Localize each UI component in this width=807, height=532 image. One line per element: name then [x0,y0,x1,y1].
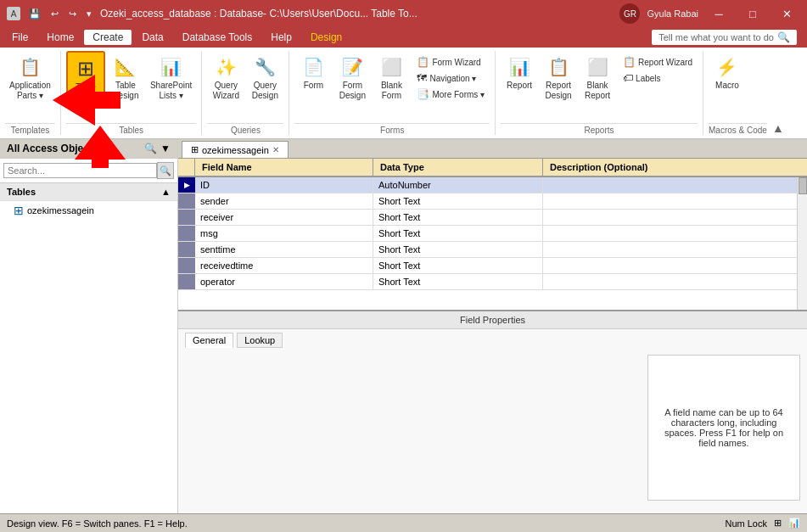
table-row[interactable]: operator Short Text [178,274,807,290]
more-forms-label: More Forms ▾ [432,90,485,99]
field-name-msg: msg [195,226,373,241]
menu-file[interactable]: File [3,30,36,45]
table-button[interactable]: ⊞ Table [66,51,105,97]
save-quick-btn[interactable]: 💾 [25,7,44,21]
data-type-senttime: Short Text [373,242,543,257]
doc-tab-ozekimessagein[interactable]: ⊞ ozekimessagein ✕ [182,141,289,158]
ribbon-collapse-button[interactable]: ▲ [772,121,784,135]
field-props-content: A field name can be up to 64 characters … [178,351,807,504]
data-type-receivedtime: Short Text [373,258,543,273]
blank-form-button[interactable]: ⬜ BlankForm [373,51,410,104]
form-wizard-button[interactable]: 📋 Form Wizard [413,54,488,70]
scrollbar-thumb[interactable] [799,177,807,194]
maximize-button[interactable]: □ [739,2,766,25]
minimize-button[interactable]: ─ [705,2,732,25]
form-design-icon: 📝 [339,53,366,81]
table-row[interactable]: msg Short Text [178,226,807,242]
query-design-icon: 🔧 [251,53,278,81]
row-indicator-operator [178,274,195,289]
undo-quick-btn[interactable]: ↩ [48,7,62,21]
blank-form-label: BlankForm [381,81,402,101]
form-wizard-icon: 📋 [417,56,429,68]
field-props-form [185,355,647,501]
query-design-button[interactable]: 🔧 QueryDesign [246,51,283,104]
report-design-icon: 📋 [545,53,572,81]
table-row[interactable]: senttime Short Text [178,242,807,258]
report-icon: 📊 [506,53,533,81]
description-header: Description (Optional) [543,159,807,176]
table-scrollbar[interactable] [797,177,807,310]
menu-help[interactable]: Help [262,30,300,45]
general-tab[interactable]: General [185,333,233,348]
close-button[interactable]: ✕ [773,2,800,25]
menu-data[interactable]: Data [133,30,171,45]
blank-report-button[interactable]: ⬜ BlankReport [579,51,616,104]
table-design-button[interactable]: 📐 TableDesign [107,51,144,104]
queries-group-label: Queries [207,123,283,135]
blank-report-icon: ⬜ [584,53,611,81]
desc-senttime [543,242,807,257]
table-design-icon: 📐 [112,53,139,81]
table-design-area: Field Name Data Type Description (Option… [178,159,807,513]
status-right: Num Lock ⊞ 📊 [725,518,800,529]
report-wizard-label: Report Wizard [638,58,692,67]
ribbon-group-forms: 📄 Form 📝 FormDesign ⬜ BlankForm 📋 [289,51,496,135]
sharepoint-icon: 📊 [158,53,185,81]
user-avatar: GR [619,3,640,24]
table-row[interactable]: ▶ ID AutoNumber [178,177,807,193]
report-wizard-icon: 📋 [623,56,636,68]
title-bar: A 💾 ↩ ↪ ▾ Ozeki_access_database : Databa… [0,0,807,27]
sidebar-menu-icon[interactable]: ▼ [160,143,171,154]
macro-button[interactable]: ⚡ Macro [709,51,746,93]
sidebar-search-icon[interactable]: 🔍 [144,143,157,154]
form-design-button[interactable]: 📝 FormDesign [333,51,371,104]
quick-access-dropdown[interactable]: ▾ [83,7,95,21]
status-text: Design view. F6 = Switch panes. F1 = Hel… [7,518,188,529]
table-row[interactable]: receiver Short Text [178,210,807,226]
sharepoint-button[interactable]: 📊 SharePointLists ▾ [146,51,196,104]
form-button[interactable]: 📄 Form [294,51,332,93]
query-wizard-button[interactable]: ✨ QueryWizard [207,51,244,104]
sidebar-item-ozekimessagein[interactable]: ⊞ ozekimessagein [0,201,177,220]
data-type-msg: Short Text [373,226,543,241]
navigation-label: Navigation ▾ [429,74,476,83]
desc-id [543,177,807,193]
row-indicator-msg [178,226,195,241]
menu-bar: File Home Create Data Database Tools Hel… [0,27,807,48]
window-title: Ozeki_access_database : Database- C:\Use… [100,8,418,20]
ribbon-group-templates: 📋 ApplicationParts ▾ Templates [0,51,61,135]
search-button[interactable]: 🔍 [157,162,174,179]
ribbon: 📋 ApplicationParts ▾ Templates ⊞ Table 📐… [0,48,807,139]
table-row[interactable]: sender Short Text [178,193,807,210]
search-bar[interactable]: Tell me what you want to do 🔍 [652,30,797,45]
status-bar: Design view. F6 = Switch panes. F1 = Hel… [0,513,807,532]
navigation-button[interactable]: 🗺 Navigation ▾ [413,70,488,86]
data-type-id: AutoNumber [373,177,543,193]
report-wizard-button[interactable]: 📋 Report Wizard [619,54,696,70]
tables-section-label: Tables [7,187,36,197]
doc-tab-close[interactable]: ✕ [272,145,279,154]
desc-operator [543,274,807,289]
table-item-icon: ⊞ [14,204,24,217]
tables-section-collapse[interactable]: ▲ [161,187,171,197]
form-icon: 📄 [300,53,327,81]
labels-label: Labels [636,74,660,83]
row-indicator-sender [178,193,195,209]
macro-icon: ⚡ [714,53,741,81]
menu-database-tools[interactable]: Database Tools [174,30,261,45]
report-design-button[interactable]: 📋 ReportDesign [540,51,577,104]
table-row[interactable]: receivedtime Short Text [178,258,807,274]
redo-quick-btn[interactable]: ↪ [65,7,80,21]
menu-create[interactable]: Create [84,30,132,45]
menu-home[interactable]: Home [38,30,82,45]
report-button[interactable]: 📊 Report [501,51,538,93]
more-forms-button[interactable]: 📑 More Forms ▾ [413,87,488,102]
table-design-label: TableDesign [112,81,138,101]
app-parts-button[interactable]: 📋 ApplicationParts ▾ [5,51,55,104]
lookup-tab[interactable]: Lookup [237,333,283,348]
menu-design[interactable]: Design [302,30,350,45]
data-type-receiver: Short Text [373,210,543,225]
search-input[interactable] [3,163,157,178]
field-name-operator: operator [195,274,373,289]
labels-button[interactable]: 🏷 Labels [619,70,696,86]
